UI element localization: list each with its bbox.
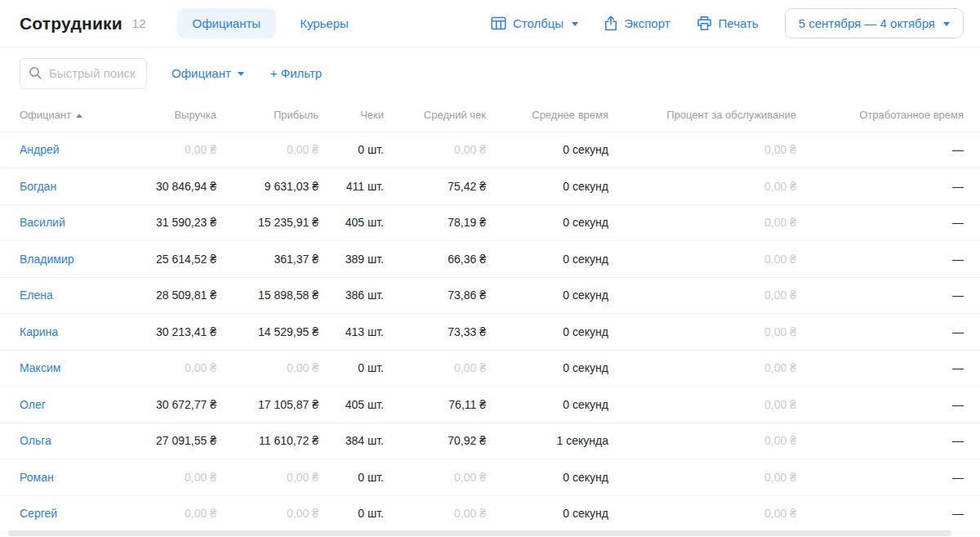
table-cell: 0,00 ₴	[122, 350, 216, 387]
table-cell: 0,00 ₴	[384, 132, 486, 168]
table-cell: 0,00 ₴	[122, 459, 216, 496]
table-row: Елена28 509,81 ₴15 898,58 ₴386 шт.73,86 …	[0, 277, 980, 314]
employee-link[interactable]: Елена	[20, 289, 53, 302]
table-cell: 0 секунд	[486, 495, 608, 532]
table-cell: 17 105,87 ₴	[216, 387, 318, 423]
table-cell: 0 секунд	[486, 204, 608, 241]
date-range-button[interactable]: 5 сентября — 4 октября	[785, 8, 964, 38]
employee-link[interactable]: Владимир	[20, 253, 74, 266]
top-bar: Сотрудники 12 Официанты Курьеры Столбцы	[0, 0, 980, 47]
table-row: Карина30 213,41 ₴14 529,95 ₴413 шт.73,33…	[0, 314, 980, 351]
table-cell: 76,11 ₴	[384, 387, 486, 423]
table-cell: —	[796, 168, 980, 205]
column-header-label: Официант	[20, 109, 71, 121]
table-cell: —	[796, 132, 980, 168]
table-cell: 66,36 ₴	[384, 241, 486, 278]
table-cell: 384 шт.	[318, 423, 384, 459]
table-cell: 0,00 ₴	[608, 168, 796, 205]
table-cell: 413 шт.	[318, 314, 384, 351]
table-cell: 0,00 ₴	[608, 204, 796, 241]
table-cell: 0 секунд	[486, 314, 608, 351]
table-cell: 27 091,55 ₴	[122, 423, 216, 459]
employee-count-badge: 12	[132, 16, 146, 30]
table-cell: 30 672,77 ₴	[122, 387, 216, 423]
table-cell: 0 шт.	[318, 495, 384, 532]
column-header-waiter[interactable]: Официант	[0, 99, 122, 132]
table-row: Сергей0,00 ₴0,00 ₴0 шт.0,00 ₴0 секунд0,0…	[0, 495, 980, 532]
table-row: Олег30 672,77 ₴17 105,87 ₴405 шт.76,11 ₴…	[0, 387, 980, 423]
table-cell: 25 614,52 ₴	[122, 241, 216, 278]
table-row: Богдан30 846,94 ₴9 631,03 ₴411 шт.75,42 …	[0, 168, 980, 205]
table-cell: 0,00 ₴	[384, 350, 486, 387]
export-icon	[604, 16, 617, 31]
table-row: Роман0,00 ₴0,00 ₴0 шт.0,00 ₴0 секунд0,00…	[0, 459, 980, 496]
column-header-checks[interactable]: Чеки	[318, 99, 384, 132]
role-dropdown-label: Официант	[172, 66, 231, 80]
table-cell: —	[796, 204, 980, 241]
page-title: Сотрудники	[20, 14, 122, 34]
table-cell: 0,00 ₴	[608, 495, 796, 532]
employee-link[interactable]: Богдан	[20, 180, 56, 193]
table-cell: 0,00 ₴	[216, 132, 318, 168]
table-cell: 0,00 ₴	[608, 241, 796, 278]
table-cell: 0 шт.	[318, 350, 384, 387]
column-header-avg-time[interactable]: Среднее время	[486, 99, 608, 132]
table-cell: 0 секунд	[486, 350, 608, 387]
column-header-avg-check[interactable]: Средний чек	[384, 99, 486, 132]
employee-link[interactable]: Олег	[20, 398, 46, 411]
columns-button[interactable]: Столбцы	[491, 16, 578, 30]
toolbar: Столбцы Экспорт Печать	[491, 8, 964, 38]
table-cell: 0,00 ₴	[608, 314, 796, 351]
employees-table-body: Андрей0,00 ₴0,00 ₴0 шт.0,00 ₴0 секунд0,0…	[0, 132, 980, 532]
print-icon	[697, 16, 712, 31]
table-cell: 0,00 ₴	[608, 387, 796, 423]
employees-table: Официант Выручка Прибыль Чеки Средний че…	[0, 99, 980, 532]
employee-link[interactable]: Ольга	[20, 434, 51, 447]
role-dropdown[interactable]: Официант	[172, 66, 244, 80]
tab-couriers[interactable]: Курьеры	[284, 8, 364, 38]
table-cell: 15 235,91 ₴	[216, 204, 318, 241]
column-header-profit[interactable]: Прибыль	[216, 99, 318, 132]
table-cell: —	[796, 495, 980, 532]
column-header-revenue[interactable]: Выручка	[122, 99, 216, 132]
column-header-worked-time[interactable]: Отработанное время	[796, 99, 980, 132]
table-cell: 386 шт.	[318, 277, 384, 314]
table-cell: 0,00 ₴	[122, 132, 216, 168]
table-cell: 0 шт.	[318, 459, 384, 496]
table-cell: 0,00 ₴	[216, 459, 318, 496]
print-button[interactable]: Печать	[697, 16, 759, 31]
columns-label: Столбцы	[513, 16, 564, 30]
table-cell: 73,33 ₴	[384, 314, 486, 351]
tab-bar: Официанты Курьеры	[177, 8, 364, 38]
table-cell: 0,00 ₴	[608, 277, 796, 314]
employee-link[interactable]: Роман	[20, 471, 54, 484]
table-cell: 0,00 ₴	[608, 350, 796, 387]
table-cell: 0,00 ₴	[216, 350, 318, 387]
table-cell: 9 631,03 ₴	[216, 168, 318, 205]
table-cell: 14 529,95 ₴	[216, 314, 318, 351]
table-cell: 0 секунд	[486, 132, 608, 168]
table-cell: 70,92 ₴	[384, 423, 486, 459]
table-cell: 30 846,94 ₴	[122, 168, 216, 205]
employee-link[interactable]: Карина	[20, 325, 58, 338]
employee-link[interactable]: Максим	[20, 361, 60, 374]
table-cell: —	[796, 387, 980, 423]
columns-icon	[491, 16, 506, 30]
table-cell: 405 шт.	[318, 387, 384, 423]
table-cell: 0 секунд	[486, 241, 608, 278]
employee-link[interactable]: Андрей	[20, 143, 60, 156]
add-filter-button[interactable]: + Фильтр	[270, 66, 322, 80]
table-row: Василий31 590,23 ₴15 235,91 ₴405 шт.78,1…	[0, 204, 980, 241]
print-label: Печать	[719, 16, 759, 30]
tab-waiters[interactable]: Официанты	[177, 8, 277, 38]
employee-link[interactable]: Василий	[20, 216, 65, 229]
table-cell: 0 секунд	[486, 387, 608, 423]
column-header-service-percent[interactable]: Процент за обслуживание	[608, 99, 796, 132]
employee-link[interactable]: Сергей	[20, 507, 57, 520]
export-button[interactable]: Экспорт	[604, 16, 670, 31]
horizontal-scrollbar-thumb[interactable]	[8, 530, 951, 536]
table-cell: 411 шт.	[318, 168, 384, 205]
table-cell: 31 590,23 ₴	[122, 204, 216, 241]
table-cell: 0,00 ₴	[216, 495, 318, 532]
table-row: Ольга27 091,55 ₴11 610,72 ₴384 шт.70,92 …	[0, 423, 980, 459]
